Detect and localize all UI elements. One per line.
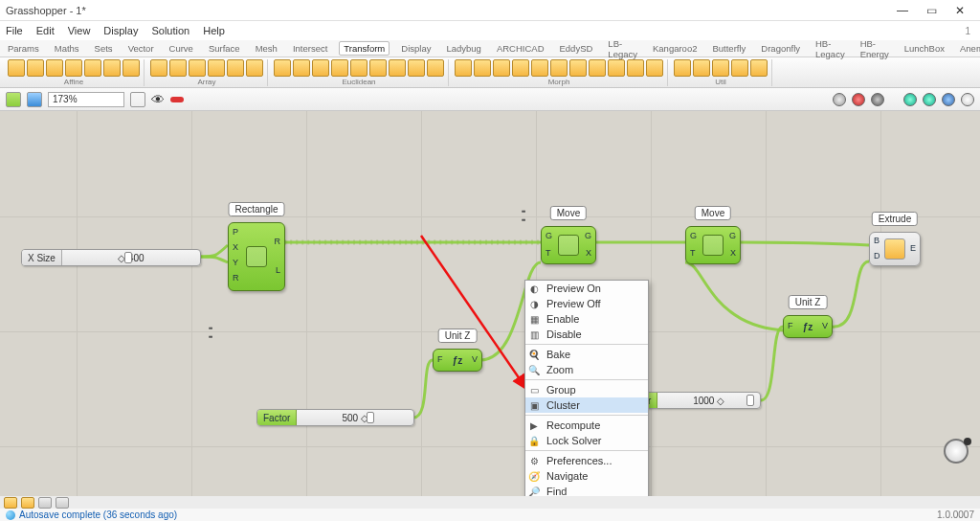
ctx-recompute[interactable]: ▶Recompute	[525, 418, 648, 433]
canvas[interactable]: X Size ◇ 400 Rectangle P X Y R R L ▪▪▪▪ …	[0, 111, 980, 496]
ctx-lock-solver[interactable]: 🔒Lock Solver	[525, 433, 648, 448]
ctx-preview-off[interactable]: ◑Preview Off	[525, 296, 648, 311]
ribbon-icon[interactable]	[646, 59, 663, 77]
status-icon[interactable]	[21, 497, 34, 509]
ribbon-icon[interactable]	[65, 59, 82, 77]
tab-kangaroo2[interactable]: Kangaroo2	[649, 42, 701, 55]
component-extrude[interactable]: Extrude B D E	[869, 232, 921, 266]
ctx-disable[interactable]: ▥Disable	[525, 327, 648, 342]
ribbon-icon[interactable]	[274, 59, 291, 77]
shade-mode-icon[interactable]	[852, 93, 865, 106]
status-icon[interactable]	[4, 497, 17, 509]
data-dam-icon[interactable]: ▪▪▪▪	[522, 207, 525, 224]
ribbon-icon[interactable]	[731, 59, 748, 77]
tab-hbenergy[interactable]: HB-Energy	[857, 37, 893, 60]
ribbon-icon[interactable]	[103, 59, 121, 77]
zoom-dropdown[interactable]: 173%	[48, 92, 124, 107]
tab-anemone[interactable]: Anemone	[956, 42, 980, 55]
ctx-preferences[interactable]: ⚙Preferences...	[525, 453, 648, 468]
tab-surface[interactable]: Surface	[205, 42, 244, 55]
ribbon-icon[interactable]	[674, 59, 691, 77]
ribbon-icon[interactable]	[208, 59, 225, 77]
ctx-enable[interactable]: ▦Enable	[525, 311, 648, 327]
maximize-button[interactable]: ▭	[917, 4, 946, 17]
tab-hblegacy[interactable]: HB-Legacy	[812, 37, 849, 60]
eye-icon[interactable]: 👁	[151, 92, 165, 107]
ctx-navigate[interactable]: 🧭Navigate	[525, 468, 648, 484]
menu-display[interactable]: Display	[103, 25, 138, 36]
component-move-1[interactable]: Move G T G X	[541, 226, 596, 264]
ribbon-icon[interactable]	[627, 59, 644, 77]
ribbon-icon[interactable]	[84, 59, 101, 77]
component-move-2[interactable]: Move G T G X	[685, 226, 741, 264]
tab-vector[interactable]: Vector	[124, 42, 158, 55]
slider-xsize[interactable]: X Size ◇ 400	[21, 249, 201, 266]
ribbon-icon[interactable]	[408, 59, 425, 77]
menu-file[interactable]: File	[6, 25, 23, 36]
component-rectangle[interactable]: Rectangle P X Y R R L	[228, 222, 285, 291]
ribbon-icon[interactable]	[227, 59, 244, 77]
ribbon-icon[interactable]	[427, 59, 444, 77]
ctx-cluster[interactable]: ▣Cluster	[525, 397, 648, 413]
ribbon-icon[interactable]	[389, 59, 406, 77]
ctx-bake[interactable]: 🍳Bake	[525, 347, 648, 362]
save-icon[interactable]	[27, 92, 42, 107]
data-dam-icon[interactable]: ▪▪▪▪	[209, 324, 212, 341]
ribbon-icon[interactable]	[8, 59, 25, 77]
tab-sets[interactable]: Sets	[91, 42, 117, 55]
slider-factor-1[interactable]: Factor 500 ◇	[256, 409, 414, 426]
status-icon[interactable]	[38, 497, 52, 509]
ctx-zoom[interactable]: 🔍Zoom	[525, 362, 648, 377]
ribbon-icon[interactable]	[474, 59, 491, 77]
sketch-icon[interactable]	[170, 97, 184, 102]
status-icon[interactable]	[56, 497, 69, 509]
ribbon-icon[interactable]	[150, 59, 167, 77]
ribbon-icon[interactable]	[122, 59, 140, 77]
ribbon-icon[interactable]	[246, 59, 263, 77]
tab-display[interactable]: Display	[397, 42, 434, 55]
component-unitz-2[interactable]: Unit Z F ƒz V	[783, 315, 833, 338]
tab-eddysd[interactable]: EddySD	[556, 42, 597, 55]
ribbon-icon[interactable]	[608, 59, 625, 77]
component-unitz-1[interactable]: Unit Z F ƒz V	[433, 349, 482, 372]
preview-mode-icon[interactable]	[923, 93, 936, 106]
menu-edit[interactable]: Edit	[36, 25, 55, 36]
menu-solution[interactable]: Solution	[151, 25, 189, 36]
ribbon-icon[interactable]	[312, 59, 329, 77]
tab-lunchbox[interactable]: LunchBox	[901, 42, 948, 55]
tab-mesh[interactable]: Mesh	[252, 42, 281, 55]
tab-maths[interactable]: Maths	[51, 42, 83, 55]
ribbon-icon[interactable]	[750, 59, 768, 77]
tab-intersect[interactable]: Intersect	[289, 42, 331, 55]
ribbon-icon[interactable]	[293, 59, 310, 77]
ribbon-icon[interactable]	[350, 59, 368, 77]
ribbon-icon[interactable]	[189, 59, 206, 77]
new-file-icon[interactable]	[6, 92, 21, 107]
preview-mode-icon[interactable]	[942, 93, 955, 106]
tab-archicad[interactable]: ARCHICAD	[493, 42, 548, 55]
ribbon-icon[interactable]	[27, 59, 44, 77]
tab-params[interactable]: Params	[4, 42, 43, 55]
ribbon-icon[interactable]	[46, 59, 63, 77]
tab-ladybug[interactable]: Ladybug	[442, 42, 484, 55]
menu-help[interactable]: Help	[203, 25, 225, 36]
tab-transform[interactable]: Transform	[339, 41, 390, 56]
ribbon-icon[interactable]	[531, 59, 548, 77]
compass-widget[interactable]	[944, 439, 969, 464]
minimize-button[interactable]: —	[888, 4, 917, 17]
shade-mode-icon[interactable]	[833, 93, 846, 106]
ribbon-icon[interactable]	[169, 59, 187, 77]
close-button[interactable]: ✕	[946, 4, 974, 17]
tab-curve[interactable]: Curve	[166, 42, 197, 55]
zoom-extents-icon[interactable]	[130, 92, 145, 107]
preview-mode-icon[interactable]	[961, 93, 974, 106]
shade-mode-icon[interactable]	[871, 93, 884, 106]
tab-butterfly[interactable]: Butterfly	[708, 42, 749, 55]
ribbon-icon[interactable]	[331, 59, 348, 77]
ctx-group[interactable]: ▭Group	[525, 382, 648, 397]
ribbon-icon[interactable]	[550, 59, 568, 77]
ctx-preview-on[interactable]: ◐Preview On	[525, 281, 648, 296]
ribbon-icon[interactable]	[589, 59, 606, 77]
ribbon-icon[interactable]	[369, 59, 387, 77]
ribbon-icon[interactable]	[493, 59, 510, 77]
